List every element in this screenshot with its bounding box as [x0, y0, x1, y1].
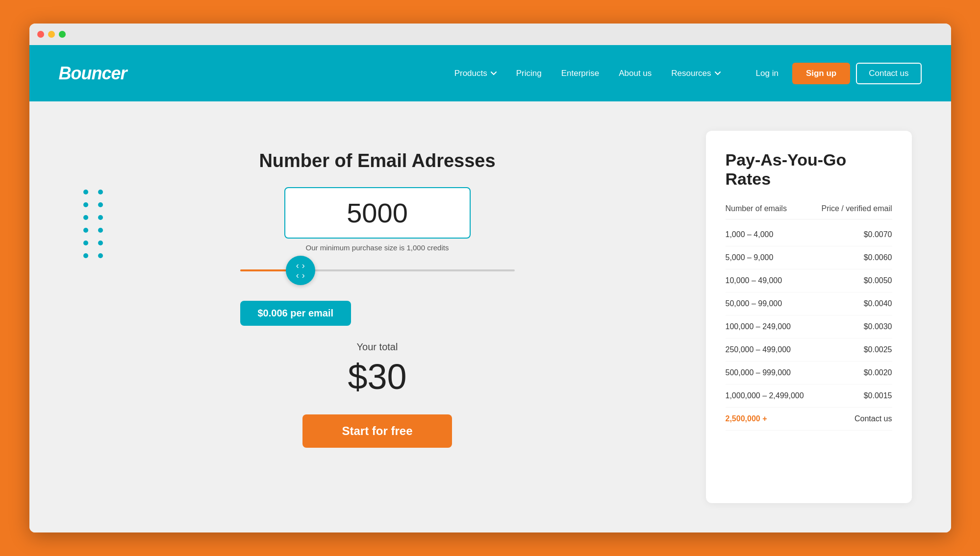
- total-price: $30: [348, 357, 406, 397]
- traffic-light-yellow[interactable]: [48, 31, 55, 38]
- arrow-right-icon: ›: [302, 271, 305, 280]
- rate-row: 1,000 – 4,000 $0.0070: [726, 223, 892, 246]
- rate-row: 500,000 – 999,000 $0.0020: [726, 362, 892, 385]
- rates-table: 1,000 – 4,000 $0.0070 5,000 – 9,000 $0.0…: [726, 223, 892, 408]
- price-badge: $0.006 per email: [240, 301, 352, 326]
- navbar: Bouncer Products Pricing Enterprise Abou…: [29, 45, 951, 101]
- rates-title: Pay-As-You-Go Rates: [726, 150, 892, 189]
- chevron-down-icon: [715, 72, 721, 75]
- rate-range: 250,000 – 499,000: [726, 345, 791, 354]
- rate-price: $0.0015: [864, 391, 892, 400]
- signup-button[interactable]: Sign up: [792, 63, 850, 84]
- rate-range: 5,000 – 9,000: [726, 253, 774, 262]
- rate-row: 5,000 – 9,000 $0.0060: [726, 246, 892, 269]
- rate-range: 1,000,000 – 2,499,000: [726, 391, 804, 400]
- slider-track: ‹ › ‹ ›: [240, 269, 515, 271]
- right-panel: Pay-As-You-Go Rates Number of emails Pri…: [706, 131, 912, 503]
- nav-about[interactable]: About us: [611, 65, 659, 82]
- rate-row: 50,000 – 99,000 $0.0040: [726, 292, 892, 315]
- main-content: Number of Email Adresses Our minimum pur…: [29, 101, 951, 532]
- rates-table-header: Number of emails Price / verified email: [726, 204, 892, 219]
- rate-range: 1,000 – 4,000: [726, 230, 774, 239]
- rate-price: $0.0070: [864, 230, 892, 239]
- traffic-light-red[interactable]: [37, 31, 44, 38]
- email-count-input[interactable]: [284, 187, 471, 239]
- rate-price: $0.0030: [864, 322, 892, 331]
- left-panel: Number of Email Adresses Our minimum pur…: [69, 131, 686, 503]
- rate-row: 10,000 – 49,000 $0.0050: [726, 269, 892, 292]
- min-purchase-text: Our minimum purchase size is 1,000 credi…: [306, 243, 449, 252]
- nav-links: Products Pricing Enterprise About us Res…: [447, 65, 729, 82]
- chevron-down-icon: [491, 72, 497, 75]
- highlight-range: 2,500,000 +: [726, 414, 767, 423]
- nav-actions: Log in Sign up Contact us: [748, 63, 922, 84]
- rate-price: $0.0050: [864, 276, 892, 285]
- col-price-header: Price / verified email: [821, 204, 892, 213]
- panel-title: Number of Email Adresses: [259, 150, 495, 171]
- highlight-price: Contact us: [854, 414, 892, 423]
- nav-pricing[interactable]: Pricing: [508, 65, 550, 82]
- email-count-slider[interactable]: ‹ › ‹ ›: [240, 269, 515, 271]
- rate-price: $0.0020: [864, 368, 892, 377]
- traffic-light-green[interactable]: [59, 31, 66, 38]
- rate-row-highlight: 2,500,000 + Contact us: [726, 408, 892, 431]
- brand-logo[interactable]: Bouncer: [59, 63, 127, 84]
- slider-thumb[interactable]: ‹ › ‹ ›: [286, 256, 315, 285]
- nav-products[interactable]: Products: [447, 65, 504, 82]
- nav-resources[interactable]: Resources: [663, 65, 728, 82]
- rate-row: 1,000,000 – 2,499,000 $0.0015: [726, 385, 892, 408]
- rate-range: 100,000 – 249,000: [726, 322, 791, 331]
- rate-range: 50,000 – 99,000: [726, 299, 782, 308]
- arrow-right-icon: ›: [302, 261, 305, 270]
- col-emails-header: Number of emails: [726, 204, 787, 213]
- contact-button[interactable]: Contact us: [856, 63, 921, 84]
- nav-enterprise[interactable]: Enterprise: [553, 65, 607, 82]
- arrow-left-icon: ‹: [296, 271, 299, 280]
- your-total-label: Your total: [357, 341, 398, 353]
- rate-row: 100,000 – 249,000 $0.0030: [726, 315, 892, 338]
- browser-chrome: [29, 24, 951, 45]
- rate-price: $0.0040: [864, 299, 892, 308]
- rate-price: $0.0025: [864, 345, 892, 354]
- login-button[interactable]: Log in: [748, 65, 786, 82]
- rate-range: 500,000 – 999,000: [726, 368, 791, 377]
- start-free-button[interactable]: Start for free: [302, 414, 452, 448]
- rate-price: $0.0060: [864, 253, 892, 262]
- dot-grid-decoration: [83, 190, 105, 258]
- rate-range: 10,000 – 49,000: [726, 276, 782, 285]
- rate-row: 250,000 – 499,000 $0.0025: [726, 338, 892, 362]
- arrow-left-icon: ‹: [296, 261, 299, 270]
- browser-window: Bouncer Products Pricing Enterprise Abou…: [29, 24, 951, 532]
